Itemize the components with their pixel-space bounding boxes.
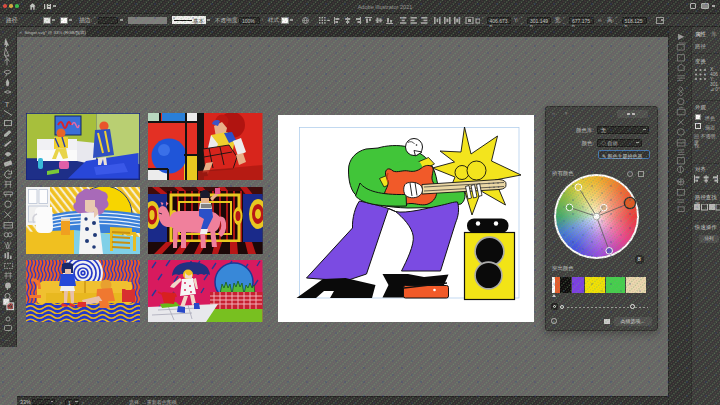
- svg-text:T: T: [5, 100, 10, 109]
- svg-text:…: …: [5, 336, 11, 342]
